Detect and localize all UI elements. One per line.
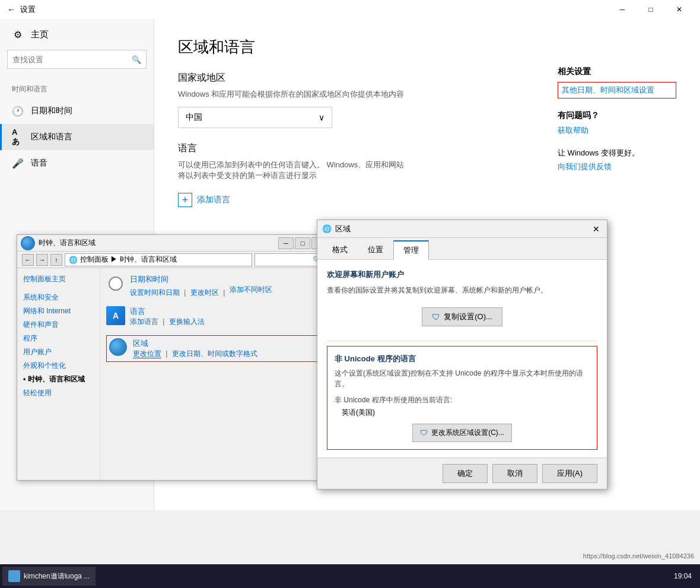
help-section: 有问题吗？ 获取帮助 (558, 110, 676, 136)
region-globe-icon (109, 338, 128, 357)
taskbar: kimchen邀请luoga ... 19:04 (0, 564, 700, 588)
cp-link-change-tz[interactable]: 更改时区 (190, 288, 219, 297)
cp-item-region-icon (109, 338, 128, 357)
cp-link-change-location[interactable]: 更改位置 (133, 349, 161, 358)
cp-sidebar-appearance[interactable]: 外观和个性化 (23, 361, 94, 371)
cp-sidebar-network[interactable]: 网络和 Internet (23, 306, 94, 316)
back-arrow-icon[interactable]: ← (7, 5, 15, 14)
cp-item-language: A 语言 添加语言 | 更换输入法 (106, 306, 324, 327)
sidebar-item-region[interactable]: Aあ 区域和语言 (0, 124, 154, 150)
cp-link-change-input[interactable]: 更换输入法 (169, 317, 205, 326)
cp-maximize-button[interactable]: □ (295, 237, 310, 249)
home-gear-icon: ⚙ (12, 28, 24, 40)
region-icon: Aあ (12, 131, 24, 143)
maximize-button[interactable]: □ (637, 0, 664, 19)
unicode-section-title: 非 Unicode 程序的语言 (335, 354, 590, 364)
cp-search-bar[interactable]: 🔍 (254, 253, 326, 266)
plus-icon: + (178, 193, 192, 207)
cp-item-datetime: 日期和时间 设置时间和日期 | 更改时区 | 添加不同时区 (106, 274, 324, 298)
cp-item-region-content: 区域 更改位置 | 更改日期、时间或数字格式 (133, 338, 257, 359)
settings-window-title: 设置 (20, 4, 36, 15)
cp-titlebar: 时钟、语言和区域 ─ □ ✕ (17, 235, 330, 252)
unicode-desc: 这个设置(系统区域设置)控制在不支持 Unicode 的程序中显示文本时所使用的… (335, 368, 590, 389)
copy-settings-btn-container: 🛡 复制设置(O)... (327, 303, 597, 331)
cp-link-add-tz[interactable]: 添加不同时区 (230, 285, 272, 295)
related-settings: 相关设置 其他日期、时间和区域设置 有问题吗？ 获取帮助 让 Windows 变… (558, 66, 676, 172)
title-bar-left: ← 设置 (7, 4, 36, 15)
divider (327, 341, 597, 341)
sidebar-section-title: 时间和语言 (0, 78, 154, 98)
change-system-locale-button[interactable]: 🛡 更改系统区域设置(C)... (412, 424, 512, 442)
cp-sidebar-clock[interactable]: 时钟、语言和区域 (23, 374, 94, 384)
improve-link[interactable]: 向我们提供反馈 (558, 162, 612, 171)
current-lang-value: 英语(美国) (342, 408, 590, 418)
cp-sidebar-ease[interactable]: 轻松使用 (23, 388, 94, 398)
add-language-button[interactable]: + 添加语言 (178, 188, 230, 212)
cp-item-language-title[interactable]: 语言 (130, 306, 205, 317)
sidebar-item-speech[interactable]: 🎤 语音 (0, 150, 154, 176)
country-select[interactable]: 中国 ∨ (178, 107, 332, 128)
apply-button[interactable]: 应用(A) (542, 464, 597, 483)
cp-sidebar-users[interactable]: 用户账户 (23, 347, 94, 357)
title-bar-controls: ─ □ ✕ (609, 0, 693, 19)
cp-sidebar-programs[interactable]: 程序 (23, 333, 94, 344)
cp-window-title: 时钟、语言和区域 (39, 238, 96, 248)
shield-icon-small: 🛡 (420, 428, 428, 437)
sidebar-home-item[interactable]: ⚙ 主页 (0, 19, 154, 50)
copy-settings-button[interactable]: 🛡 复制设置(O)... (422, 307, 502, 326)
cp-sidebar-home[interactable]: 控制面板主页 (23, 274, 94, 284)
dialog-globe-icon: 🌐 (322, 224, 332, 233)
cp-item-datetime-links: 设置时间和日期 | 更改时区 | 添加不同时区 (130, 285, 272, 298)
language-icon-bg: A (106, 306, 125, 325)
related-link[interactable]: 其他日期、时间和区域设置 (558, 82, 676, 98)
help-title: 有问题吗？ (558, 110, 676, 121)
cp-item-language-icon: A (106, 306, 125, 325)
speech-icon: 🎤 (12, 157, 24, 169)
taskbar-item-label: kimchen邀请luoga ... (24, 571, 90, 581)
dialog-tab-location[interactable]: 位置 (358, 240, 393, 259)
help-link[interactable]: 获取帮助 (558, 126, 588, 135)
cp-sidebar: 控制面板主页 系统和安全 网络和 Internet 硬件和声音 程序 用户账户 … (17, 268, 100, 480)
dialog-close-button[interactable]: ✕ (590, 223, 602, 235)
cp-minimize-button[interactable]: ─ (278, 237, 294, 249)
close-button[interactable]: ✕ (666, 0, 693, 19)
cp-item-datetime-title[interactable]: 日期和时间 (130, 274, 272, 285)
add-language-label: 添加语言 (197, 195, 230, 205)
minimize-button[interactable]: ─ (609, 0, 636, 19)
home-label: 主页 (31, 29, 49, 40)
cp-link-change-format[interactable]: 更改日期、时间或数字格式 (172, 349, 257, 358)
cp-link-add-lang[interactable]: 添加语言 (130, 317, 158, 326)
control-panel-window: 时钟、语言和区域 ─ □ ✕ ← → ↑ 🌐 控制面板 ▶ 时钟、语言和区域 🔍… (17, 234, 331, 481)
cancel-button[interactable]: 取消 (492, 464, 537, 483)
datetime-icon: 🕐 (12, 105, 24, 117)
search-input[interactable] (12, 55, 132, 64)
cp-address-bar[interactable]: 🌐 控制面板 ▶ 时钟、语言和区域 (65, 253, 252, 266)
search-box[interactable]: 🔍 (7, 50, 147, 69)
cp-item-region: 区域 更改位置 | 更改日期、时间或数字格式 (106, 335, 324, 362)
ok-button[interactable]: 确定 (443, 464, 488, 483)
cp-up-button[interactable]: ↑ (50, 254, 62, 266)
cp-item-datetime-icon (106, 274, 125, 293)
dialog-welcome-desc: 查看你的国际设置并将其复制到欢迎屏幕、系统帐户和新的用户帐户。 (327, 285, 597, 295)
dialog-welcome-title: 欢迎屏幕和新用户账户 (327, 269, 597, 280)
cp-back-button[interactable]: ← (22, 254, 34, 266)
dialog-tab-format[interactable]: 格式 (322, 240, 358, 259)
cp-item-region-title[interactable]: 区域 (133, 338, 257, 349)
sidebar-item-datetime-label: 日期和时间 (31, 106, 72, 116)
cp-forward-button[interactable]: → (36, 254, 48, 266)
improve-section: 让 Windows 变得更好。 向我们提供反馈 (558, 148, 676, 172)
cp-titlebar-left: 时钟、语言和区域 (21, 236, 96, 250)
taskbar-item-1[interactable]: kimchen邀请luoga ... (2, 567, 96, 586)
region-icon-globe (109, 338, 127, 356)
dialog-tab-manage[interactable]: 管理 (393, 240, 429, 260)
cp-link-set-time[interactable]: 设置时间和日期 (130, 288, 180, 297)
dialog-tabs: 格式 位置 管理 (317, 238, 607, 260)
clock-icon (109, 276, 123, 291)
unicode-section: 非 Unicode 程序的语言 这个设置(系统区域设置)控制在不支持 Unico… (327, 346, 597, 450)
cp-sidebar-hardware[interactable]: 硬件和声音 (23, 320, 94, 330)
cp-item-language-content: 语言 添加语言 | 更换输入法 (130, 306, 205, 327)
cp-sidebar-security[interactable]: 系统和安全 (23, 293, 94, 303)
watermark: https://blog.csdn.net/weixin_41084236 (583, 552, 694, 560)
country-dropdown-icon: ∨ (319, 113, 324, 122)
sidebar-item-datetime[interactable]: 🕐 日期和时间 (0, 98, 154, 124)
